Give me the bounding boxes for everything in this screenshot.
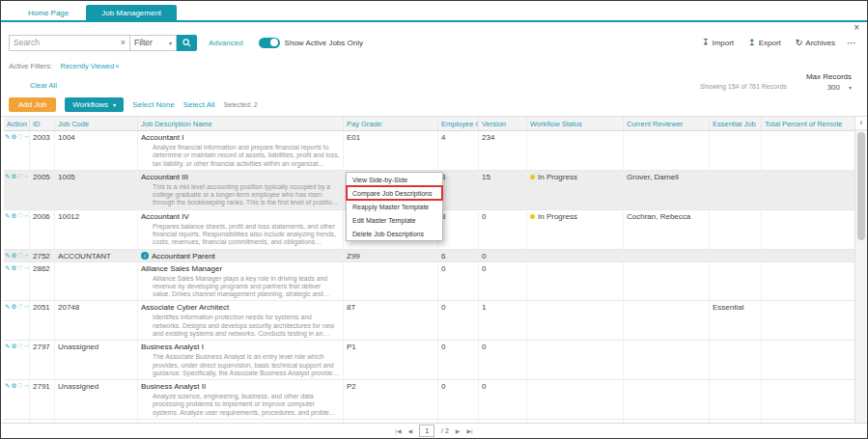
tab-home-page[interactable]: Home Page <box>13 5 84 20</box>
column-header-9[interactable]: Essential Job <box>710 117 762 130</box>
import-icon: ↧ <box>702 39 710 47</box>
vertical-scrollbar[interactable]: ‹ <box>854 117 867 423</box>
column-header-0[interactable]: Action⇅ <box>4 117 30 130</box>
settings-icon[interactable]: ⚙ <box>11 212 16 220</box>
column-header-5[interactable]: Employee Count <box>438 117 479 130</box>
cell-job-description-name[interactable]: iAccountant Parent <box>138 250 344 261</box>
job-name[interactable]: Business Analyst I <box>141 343 340 351</box>
cell-job-description-name[interactable]: Associate Cyber ArchitectIdentifies info… <box>138 301 344 340</box>
cell-job-description-name[interactable]: Business Analyst IThe Associate Business… <box>138 341 344 379</box>
add-job-button[interactable]: Add Job <box>9 97 56 112</box>
cell-essential-job <box>710 131 762 170</box>
favorite-icon[interactable]: ♡ <box>17 133 23 141</box>
close-icon[interactable]: × <box>854 23 859 33</box>
table-row[interactable]: ✎⚙♡⋯2752ACCOUNTANTiAccountant ParentZ996… <box>4 250 854 262</box>
favorite-icon[interactable]: ♡ <box>17 382 23 390</box>
search-input[interactable]: Search × <box>9 35 130 51</box>
settings-icon[interactable]: ⚙ <box>11 343 16 350</box>
column-header-label: Job Description Name <box>141 120 212 128</box>
max-records-select[interactable]: 300 ▾ <box>806 83 852 92</box>
settings-icon[interactable]: ⚙ <box>11 133 16 141</box>
select-all-link[interactable]: Select All <box>183 100 215 109</box>
column-header-3[interactable]: Job Description Name <box>138 117 344 130</box>
advanced-link[interactable]: Advanced <box>209 39 243 47</box>
cell-job-description-name[interactable]: Accountant IIIThis is a mid level accoun… <box>138 171 344 209</box>
column-header-4[interactable]: Pay Grade: <box>344 117 438 130</box>
settings-icon[interactable]: ⚙ <box>11 382 16 390</box>
job-name[interactable]: Accountant III <box>141 173 340 181</box>
job-name[interactable]: Business Analyst II <box>141 382 340 391</box>
cell-remote-percent <box>762 171 854 209</box>
settings-icon[interactable]: ⚙ <box>11 252 16 260</box>
remove-filter-icon[interactable]: × <box>115 62 119 70</box>
edit-icon[interactable]: ✎ <box>5 303 10 311</box>
next-page-button[interactable]: ▶ <box>456 428 461 434</box>
settings-icon[interactable]: ⚙ <box>11 264 16 272</box>
edit-icon[interactable]: ✎ <box>5 212 10 220</box>
favorite-icon[interactable]: ♡ <box>17 212 23 220</box>
clear-search-icon[interactable]: × <box>121 38 126 47</box>
cell-job-description-name[interactable]: Alliance Sales ManagerAlliance Sales Man… <box>138 262 344 301</box>
context-menu-item[interactable]: Reapply Master Template <box>347 200 442 213</box>
column-header-7[interactable]: Workflow Status <box>527 117 624 130</box>
favorite-icon[interactable]: ♡ <box>17 173 23 180</box>
current-page-input[interactable]: 1 <box>419 425 434 437</box>
info-icon[interactable]: i <box>141 252 149 260</box>
export-button[interactable]: ↥ Export <box>748 39 781 47</box>
favorite-icon[interactable]: ♡ <box>17 303 23 311</box>
last-page-button[interactable]: ▶| <box>466 428 472 434</box>
tab-job-management[interactable]: Job Management <box>86 5 177 20</box>
filter-dropdown[interactable]: Filter ▾ <box>130 35 177 51</box>
favorite-icon[interactable]: ♡ <box>17 264 23 272</box>
workflows-button[interactable]: Workflows ▾ <box>65 97 124 112</box>
cell-job-description-name[interactable]: Accountant IVPrepares balance sheets, pr… <box>138 210 344 249</box>
edit-icon[interactable]: ✎ <box>5 252 10 260</box>
prev-page-button[interactable]: ◀ <box>408 428 413 434</box>
context-menu-item[interactable]: Delete Job Descriptions <box>347 227 442 240</box>
edit-icon[interactable]: ✎ <box>5 173 10 180</box>
column-header-label: Total Percent of Remote <box>765 120 842 128</box>
cell-essential-job <box>710 210 762 249</box>
favorite-icon[interactable]: ♡ <box>17 252 23 260</box>
context-menu-item[interactable]: Edit Master Template <box>347 213 442 227</box>
column-header-1[interactable]: ID <box>30 117 55 130</box>
edit-icon[interactable]: ✎ <box>5 382 10 390</box>
more-options-icon[interactable]: ⋯ <box>847 38 857 48</box>
job-name[interactable]: iAccountant Parent <box>141 252 340 261</box>
edit-icon[interactable]: ✎ <box>5 264 10 272</box>
edit-icon[interactable]: ✎ <box>5 133 10 141</box>
table-row[interactable]: ✎⚙♡⋯2862Alliance Sales ManagerAlliance S… <box>4 262 854 302</box>
clear-all-link[interactable]: Clear All <box>30 81 57 90</box>
table-row[interactable]: ✎⚙♡⋯2791UnassignedBusiness Analyst IIAna… <box>4 380 854 420</box>
filter-chip-recently-viewed[interactable]: Recently Viewed× <box>60 62 119 70</box>
job-name[interactable]: Accountant IV <box>141 212 340 221</box>
context-menu-item[interactable]: View Side-by-Side <box>347 173 442 186</box>
show-active-jobs-toggle[interactable] <box>259 38 280 48</box>
table-row[interactable]: ✎⚙♡⋯205120748Associate Cyber ArchitectId… <box>4 301 854 341</box>
column-header-2[interactable]: Job Code <box>55 117 138 130</box>
table-row[interactable]: ✎⚙♡⋯20031004Accountant IAnalyze financia… <box>4 131 854 171</box>
import-button[interactable]: ↧ Import <box>702 39 734 47</box>
search-button[interactable] <box>177 35 197 51</box>
context-menu-item[interactable]: Compare Job Descriptions <box>347 186 442 200</box>
favorite-icon[interactable]: ♡ <box>17 343 23 350</box>
job-name[interactable]: Associate Cyber Architect <box>141 303 340 312</box>
table-row[interactable]: ✎⚙♡⋯2797UnassignedBusiness Analyst IThe … <box>4 341 854 380</box>
cell-employee-count: 4 <box>438 131 479 170</box>
settings-icon[interactable]: ⚙ <box>11 173 16 180</box>
select-none-link[interactable]: Select None <box>132 100 175 109</box>
scrollbar-thumb[interactable] <box>857 132 865 240</box>
cell-job-description-name[interactable]: Accountant IAnalyze financial informatio… <box>138 131 344 170</box>
edit-icon[interactable]: ✎ <box>5 343 10 350</box>
column-header-6[interactable]: Version <box>479 117 527 130</box>
job-name[interactable]: Alliance Sales Manager <box>141 264 340 273</box>
settings-icon[interactable]: ⚙ <box>11 303 16 311</box>
column-header-10[interactable]: Total Percent of Remote <box>762 117 854 130</box>
job-name[interactable]: Accountant I <box>141 133 340 142</box>
column-header-8[interactable]: Current Reviewer <box>624 117 710 130</box>
cell-essential-job <box>710 262 762 301</box>
collapse-panel-icon[interactable]: ‹ <box>855 117 867 130</box>
first-page-button[interactable]: |◀ <box>395 428 401 434</box>
archives-button[interactable]: ↻ Archives <box>796 39 835 47</box>
cell-job-description-name[interactable]: Business Analyst IIAnalyze science, engi… <box>138 380 344 419</box>
